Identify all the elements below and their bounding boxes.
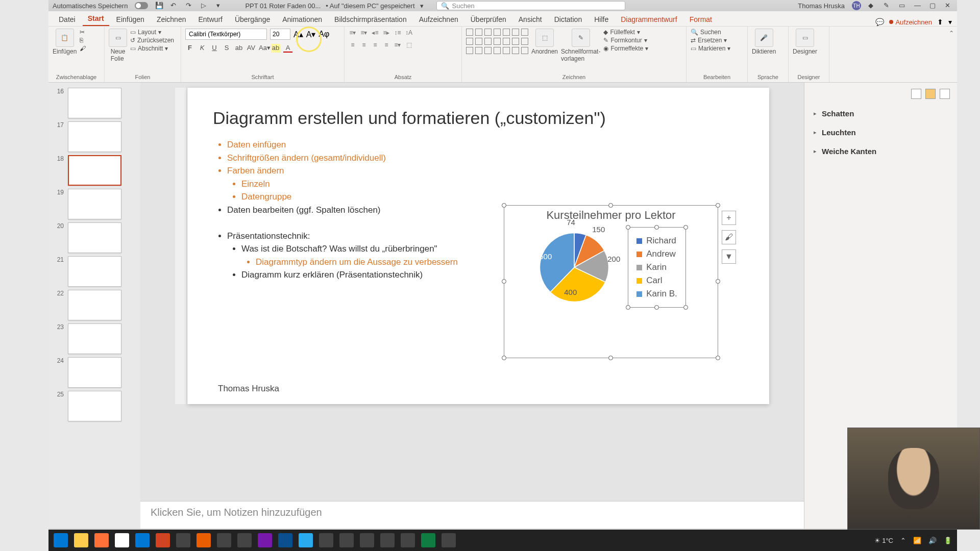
- bullets-icon[interactable]: ≡▾: [349, 29, 357, 37]
- font-color-button[interactable]: A: [283, 44, 292, 53]
- new-slide-button[interactable]: ▭ Neue Folie: [109, 29, 127, 62]
- clear-format-icon[interactable]: Aφ: [318, 30, 329, 39]
- case-button[interactable]: Aa▾: [259, 44, 268, 53]
- thumbnail-19[interactable]: 19: [54, 189, 135, 219]
- chart-filter-icon[interactable]: ▼: [722, 249, 736, 264]
- tab-format[interactable]: Format: [684, 13, 717, 26]
- share-icon[interactable]: ⬆: [937, 18, 943, 26]
- excel-icon[interactable]: [421, 533, 435, 547]
- tab-uebergaenge[interactable]: Übergänge: [230, 13, 275, 26]
- quickstyle-button[interactable]: ✎ Schnellformat- vorlagen: [561, 29, 600, 62]
- chart-brush-icon[interactable]: 🖌: [722, 230, 736, 244]
- tray-wifi-icon[interactable]: 📶: [913, 537, 921, 544]
- underline-button[interactable]: U: [210, 44, 219, 53]
- legend-item[interactable]: Karin B.: [636, 289, 677, 299]
- tray-battery-icon[interactable]: 🔋: [944, 537, 952, 544]
- powerpoint-icon[interactable]: [156, 533, 170, 547]
- tab-datei[interactable]: Datei: [54, 13, 81, 26]
- diamond-icon[interactable]: ◆: [868, 2, 876, 10]
- tab-start[interactable]: Start: [83, 12, 109, 26]
- cut-icon[interactable]: ✂: [80, 29, 86, 36]
- thumbnail-16[interactable]: 16: [54, 88, 135, 118]
- save-icon[interactable]: 💾: [155, 2, 163, 10]
- undo-icon[interactable]: ↶: [170, 2, 179, 10]
- dictate-button[interactable]: 🎤 Diktieren: [752, 29, 776, 55]
- app9-icon[interactable]: [442, 533, 456, 547]
- justify-icon[interactable]: ≡: [382, 41, 390, 49]
- thumbnail-25[interactable]: 25: [54, 391, 135, 421]
- legend-item[interactable]: Karin: [636, 262, 677, 272]
- shadow-button[interactable]: ab: [234, 44, 243, 53]
- outline-button[interactable]: ✎ Formkontur ▾: [603, 37, 648, 44]
- chevron-down-icon[interactable]: ▾: [948, 18, 952, 26]
- indent-icon[interactable]: ≡▸: [382, 29, 390, 37]
- telegram-icon[interactable]: [299, 533, 313, 547]
- columns-icon[interactable]: ≡▾: [394, 41, 402, 49]
- slideshow-icon[interactable]: ▷: [201, 2, 209, 10]
- designer-button[interactable]: ▭ Designer: [793, 29, 817, 55]
- dedent-icon[interactable]: ◂≡: [371, 29, 379, 37]
- app5-icon[interactable]: [319, 533, 333, 547]
- thumbnail-17[interactable]: 17: [54, 121, 135, 152]
- search-box[interactable]: 🔍 Suchen: [436, 1, 625, 10]
- firefox-icon[interactable]: [94, 533, 109, 547]
- app4-icon[interactable]: [278, 533, 292, 547]
- replace-button[interactable]: ⇄ Ersetzen ▾: [691, 37, 730, 44]
- thumbnail-22[interactable]: 22: [54, 290, 135, 320]
- tab-aufzeichnen[interactable]: Aufzeichnen: [414, 13, 463, 26]
- align-center-icon[interactable]: ≡: [360, 41, 368, 49]
- tab-dictation[interactable]: Dictation: [549, 13, 587, 26]
- close-icon[interactable]: ✕: [945, 2, 953, 10]
- legend-item[interactable]: Carl: [636, 276, 677, 286]
- thumbnail-pane[interactable]: 16171819202122232425: [48, 83, 140, 529]
- chart-object[interactable]: Kursteilnehmer pro Lektor 74 150 200 400…: [504, 205, 718, 358]
- redo-icon[interactable]: ↷: [186, 2, 194, 10]
- thumbnail-21[interactable]: 21: [54, 256, 135, 287]
- app2-icon[interactable]: [217, 533, 231, 547]
- pane-weichekanten[interactable]: ▸Weiche Kanten: [812, 142, 950, 161]
- highlight-button[interactable]: ab: [271, 44, 280, 53]
- paste-button[interactable]: 📋 Einfügen: [53, 29, 77, 55]
- tray-chevron-icon[interactable]: ⌃: [900, 537, 906, 544]
- align-right-icon[interactable]: ≡: [371, 41, 379, 49]
- app6-icon[interactable]: [339, 533, 354, 547]
- arrange-button[interactable]: ⬚ Anordnen: [531, 29, 558, 55]
- app8-icon[interactable]: [380, 533, 395, 547]
- tab-hilfe[interactable]: Hilfe: [589, 13, 614, 26]
- pane-icon-3[interactable]: [940, 89, 950, 99]
- layout-button[interactable]: ▭ Layout ▾: [130, 29, 174, 36]
- tab-diagrammentwurf[interactable]: Diagrammentwurf: [616, 13, 682, 26]
- shape-gallery[interactable]: [466, 29, 528, 54]
- thumbnail-24[interactable]: 24: [54, 357, 135, 388]
- tab-einfuegen[interactable]: Einfügen: [111, 13, 150, 26]
- onenote-icon[interactable]: [258, 533, 272, 547]
- windows-taskbar[interactable]: ☀ 1°C ⌃ 📶 🔊 🔋: [48, 530, 957, 551]
- maximize-icon[interactable]: ▢: [929, 2, 938, 10]
- weather-widget[interactable]: ☀ 1°C: [874, 537, 893, 544]
- smartart-icon[interactable]: ⬚: [405, 41, 413, 49]
- chrome-icon[interactable]: [115, 533, 129, 547]
- fill-button[interactable]: ◆ Fülleffekt ▾: [603, 29, 648, 36]
- chart-legend[interactable]: RichardAndrewKarinCarlKarin B.: [628, 227, 685, 308]
- copy-icon[interactable]: ⎘: [80, 37, 86, 44]
- find-button[interactable]: 🔍 Suchen: [691, 29, 730, 36]
- decrease-font-icon[interactable]: A▾: [306, 30, 316, 39]
- pie-chart[interactable]: 74 150 200 400 500: [536, 229, 612, 306]
- effects-button[interactable]: ◉ Formeffekte ▾: [603, 45, 648, 52]
- font-name-combo[interactable]: Calibri (Textkörper): [185, 29, 267, 40]
- explorer-icon[interactable]: [74, 533, 88, 547]
- vlc-icon[interactable]: [197, 533, 211, 547]
- pen-icon[interactable]: ✎: [884, 2, 892, 10]
- app3-icon[interactable]: [237, 533, 252, 547]
- section-button[interactable]: ▭ Abschnitt ▾: [130, 45, 174, 52]
- tab-ansicht[interactable]: Ansicht: [513, 13, 547, 26]
- align-left-icon[interactable]: ≡: [349, 41, 357, 49]
- app-icon[interactable]: [176, 533, 190, 547]
- autosave-toggle[interactable]: [135, 2, 148, 9]
- chart-plus-icon[interactable]: +: [722, 211, 736, 225]
- tray-volume-icon[interactable]: 🔊: [928, 537, 937, 544]
- notes-pane[interactable]: Klicken Sie, um Notizen hinzuzufügen: [140, 501, 804, 529]
- minimize-icon[interactable]: —: [914, 2, 922, 10]
- numbering-icon[interactable]: ≡▾: [360, 29, 368, 37]
- outlook-icon[interactable]: [135, 533, 150, 547]
